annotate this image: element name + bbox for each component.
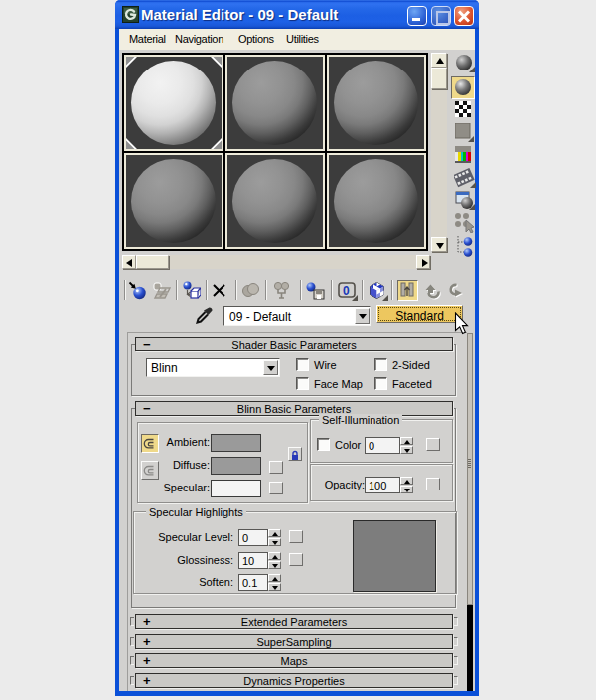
svg-text:0: 0 xyxy=(343,284,350,298)
